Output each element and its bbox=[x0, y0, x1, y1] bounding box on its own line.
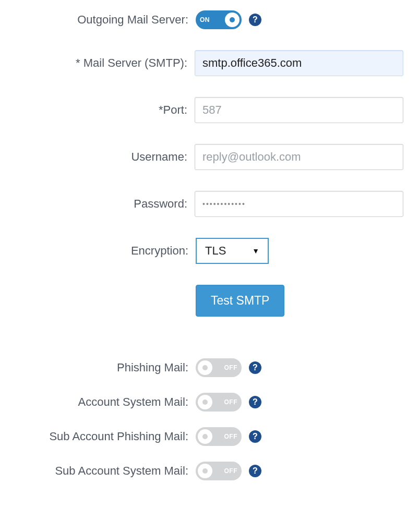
toggle-knob bbox=[225, 13, 240, 27]
encryption-controls: TLS ▼ bbox=[196, 238, 269, 264]
help-icon[interactable]: ? bbox=[249, 14, 261, 26]
toggle-knob bbox=[198, 360, 212, 375]
port-input[interactable] bbox=[195, 97, 403, 123]
row-encryption: Encryption: TLS ▼ bbox=[16, 238, 403, 264]
help-icon[interactable]: ? bbox=[249, 465, 261, 477]
row-phishing-mail: Phishing Mail: OFF ? bbox=[16, 358, 403, 377]
toggle-off-label: OFF bbox=[224, 467, 238, 475]
help-icon[interactable]: ? bbox=[249, 430, 261, 443]
toggle-knob bbox=[198, 429, 212, 444]
sub-phishing-controls: OFF ? bbox=[196, 427, 261, 446]
password-controls bbox=[195, 191, 403, 217]
label-mail-server: * Mail Server (SMTP): bbox=[16, 56, 195, 70]
label-sub-phishing-mail: Sub Account Phishing Mail: bbox=[16, 430, 196, 443]
port-controls bbox=[195, 97, 403, 123]
account-system-controls: OFF ? bbox=[196, 393, 261, 412]
toggle-knob bbox=[198, 464, 212, 478]
row-username: Username: bbox=[16, 144, 403, 170]
label-port: *Port: bbox=[16, 103, 195, 117]
row-mail-server: * Mail Server (SMTP): bbox=[16, 50, 403, 76]
row-sub-system-mail: Sub Account System Mail: OFF ? bbox=[16, 462, 403, 480]
toggle-sub-phishing-mail[interactable]: OFF bbox=[196, 427, 242, 446]
row-password: Password: bbox=[16, 191, 403, 217]
mail-server-input[interactable] bbox=[195, 50, 403, 76]
test-smtp-button[interactable]: Test SMTP bbox=[196, 285, 284, 317]
row-test-smtp: Test SMTP bbox=[16, 285, 403, 317]
label-username: Username: bbox=[16, 150, 195, 164]
toggle-sub-system-mail[interactable]: OFF bbox=[196, 462, 242, 480]
encryption-value: TLS bbox=[205, 244, 248, 258]
section-spacer bbox=[16, 337, 403, 358]
toggle-outgoing-mail-server[interactable]: ON bbox=[196, 10, 242, 29]
password-input[interactable] bbox=[195, 191, 403, 217]
label-password: Password: bbox=[16, 197, 195, 211]
label-account-system-mail: Account System Mail: bbox=[16, 395, 196, 409]
toggle-off-label: OFF bbox=[224, 398, 238, 406]
encryption-select[interactable]: TLS ▼ bbox=[196, 238, 269, 264]
row-account-system-mail: Account System Mail: OFF ? bbox=[16, 393, 403, 412]
toggle-phishing-mail[interactable]: OFF bbox=[196, 358, 242, 377]
outgoing-controls: ON ? bbox=[196, 10, 261, 29]
row-outgoing-mail-server: Outgoing Mail Server: ON ? bbox=[16, 10, 403, 29]
help-icon[interactable]: ? bbox=[249, 396, 261, 408]
toggle-off-label: OFF bbox=[224, 433, 238, 440]
test-smtp-controls: Test SMTP bbox=[196, 285, 284, 317]
toggle-knob bbox=[198, 395, 212, 409]
help-icon[interactable]: ? bbox=[249, 361, 261, 374]
label-outgoing-mail-server: Outgoing Mail Server: bbox=[16, 13, 196, 27]
toggle-off-label: OFF bbox=[224, 364, 238, 371]
chevron-down-icon: ▼ bbox=[252, 247, 259, 255]
toggle-account-system-mail[interactable]: OFF bbox=[196, 393, 242, 412]
phishing-controls: OFF ? bbox=[196, 358, 261, 377]
row-sub-phishing-mail: Sub Account Phishing Mail: OFF ? bbox=[16, 427, 403, 446]
username-controls bbox=[195, 144, 403, 170]
label-sub-system-mail: Sub Account System Mail: bbox=[16, 464, 196, 478]
username-input[interactable] bbox=[195, 144, 403, 170]
mail-server-controls bbox=[195, 50, 403, 76]
sub-system-controls: OFF ? bbox=[196, 462, 261, 480]
row-port: *Port: bbox=[16, 97, 403, 123]
label-encryption: Encryption: bbox=[16, 244, 196, 258]
label-phishing-mail: Phishing Mail: bbox=[16, 361, 196, 374]
toggle-on-label: ON bbox=[200, 16, 210, 23]
